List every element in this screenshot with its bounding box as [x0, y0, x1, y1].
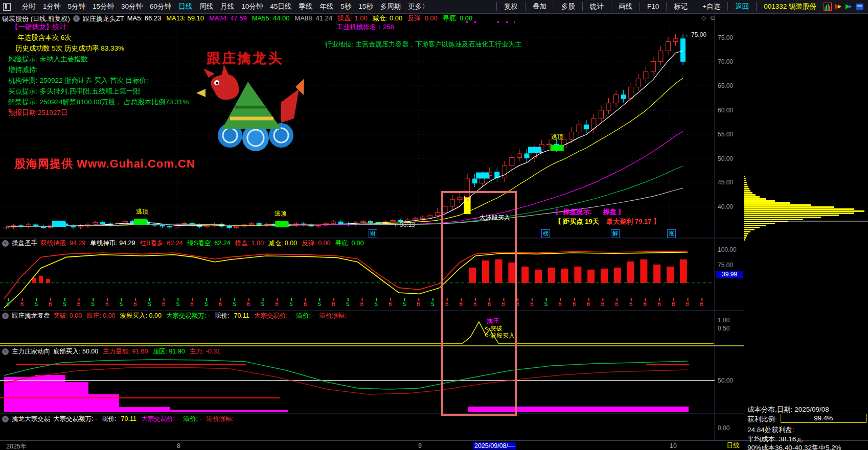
- candle-body: [658, 51, 663, 62]
- sb-tick: [532, 298, 533, 301]
- menu-更多〉[interactable]: 更多〉: [404, 2, 432, 11]
- sb-tick: [333, 298, 334, 301]
- stat-value: 大宗交易额万: -: [53, 415, 97, 422]
- selected-date[interactable]: 2025/09/08/—: [473, 442, 516, 449]
- sell-signal-box: [275, 221, 288, 227]
- window-icon[interactable]: [3, 3, 11, 11]
- panel3-label: 擒庄: [487, 318, 499, 324]
- menu-日线[interactable]: 日线: [175, 2, 196, 11]
- sb-letter: S: [403, 301, 406, 307]
- panel2-bar: [521, 267, 529, 283]
- menu-10分钟[interactable]: 10分钟: [238, 2, 266, 11]
- window-blue-icon[interactable]: [856, 3, 864, 11]
- profile-bar: [744, 204, 811, 206]
- sb-tick: [574, 298, 575, 301]
- axis-date: 8: [177, 442, 180, 449]
- profile-bar: [744, 212, 854, 214]
- sb-letter: B: [190, 301, 194, 307]
- arrow-red-icon[interactable]: [834, 3, 842, 11]
- period-cell[interactable]: 日线: [721, 441, 745, 450]
- event-marker-解[interactable]: 解: [611, 229, 620, 238]
- sb-letter: B: [162, 301, 166, 307]
- signal-dot: [474, 21, 476, 23]
- sb-tick: [376, 298, 377, 301]
- sb-letter: S: [6, 301, 10, 307]
- menu-月线[interactable]: 月线: [217, 2, 238, 11]
- menu-多周期[interactable]: 多周期: [377, 2, 405, 11]
- panel2-bar: [535, 270, 542, 283]
- event-marker-榜[interactable]: 榜: [541, 229, 550, 238]
- candle-body: [160, 225, 165, 226]
- sb-letter: B: [247, 301, 250, 307]
- menu-分时[interactable]: 分时: [18, 2, 39, 11]
- menu-季线[interactable]: 季线: [295, 2, 316, 11]
- menu-5秒[interactable]: 5秒: [337, 2, 355, 11]
- axis-date: 9: [418, 442, 422, 449]
- menu-5分钟[interactable]: 5分钟: [64, 2, 89, 11]
- panel5-collapse-icon[interactable]: ˅: [2, 416, 9, 422]
- menu-45日线[interactable]: 45日线: [266, 2, 295, 11]
- sb-tick: [64, 298, 65, 301]
- sb-letter: S: [176, 301, 179, 307]
- button-叠加[interactable]: 叠加: [525, 2, 554, 11]
- sb-tick: [362, 298, 363, 301]
- sb-letter: B: [77, 301, 81, 307]
- button-统计[interactable]: 统计: [582, 2, 611, 11]
- profile-bar: [744, 223, 775, 224]
- last-price-badge: 39.99: [716, 271, 743, 278]
- stat-value: 大宗交易价: -: [254, 312, 292, 319]
- sb-tick: [631, 298, 632, 301]
- panel2-collapse-icon[interactable]: ˅: [2, 240, 9, 247]
- sb-letter: S: [544, 301, 548, 307]
- panel3-collapse-icon[interactable]: ˅: [2, 313, 9, 319]
- menu-15秒[interactable]: 15秒: [355, 2, 377, 11]
- industry-rank: 工业机械排名：258: [336, 23, 394, 30]
- sb-letter: S: [431, 301, 435, 307]
- panel4-collapse-icon[interactable]: ˅: [2, 348, 9, 355]
- candle-body: [577, 125, 581, 132]
- sb-tick: [645, 298, 646, 301]
- stat-value: 溢价: -: [296, 312, 314, 319]
- axis-date: 10: [670, 442, 677, 449]
- candle-body: [428, 216, 432, 217]
- profile-bar: [744, 198, 766, 200]
- menu-年线[interactable]: 年线: [316, 2, 337, 11]
- stat-value: 绿S看空: 62.24: [188, 240, 231, 247]
- profile-bar: [744, 184, 747, 185]
- button-返回[interactable]: 返回: [727, 2, 756, 11]
- candle-body: [420, 217, 425, 219]
- candle-body: [547, 144, 552, 145]
- sb-tick: [602, 298, 603, 301]
- button-复权[interactable]: 复权: [496, 2, 525, 11]
- menu-30分钟[interactable]: 30分钟: [118, 2, 146, 11]
- sb-letter: S: [233, 301, 236, 307]
- sb-tick: [517, 298, 518, 301]
- profile-bar: [744, 180, 746, 181]
- arrow-green-icon[interactable]: [845, 3, 853, 11]
- profile-bar: [744, 176, 745, 177]
- sb-letter: B: [49, 301, 52, 307]
- industry-position: 行业地位: 主营金属压力容器，下游客户以炼油及石油化工行业为主: [325, 41, 521, 48]
- button-+自选[interactable]: +自选: [695, 2, 727, 11]
- event-marker-涨[interactable]: 涨: [667, 229, 676, 238]
- menu-60分钟[interactable]: 60分钟: [146, 2, 175, 11]
- bars-icon[interactable]: [824, 3, 832, 11]
- stat-value: 突破: 0.00: [53, 312, 82, 319]
- button-标记[interactable]: 标记: [666, 2, 695, 11]
- sb-letter: S: [148, 301, 151, 307]
- button-F10[interactable]: F10: [639, 2, 666, 11]
- button-多股[interactable]: 多股: [554, 2, 582, 11]
- panel2-bar: [587, 270, 595, 283]
- sb-letter: B: [672, 301, 675, 307]
- menu-1分钟[interactable]: 1分钟: [39, 2, 64, 11]
- button-画线[interactable]: 画线: [611, 2, 639, 11]
- menu-周线[interactable]: 周线: [196, 2, 217, 11]
- profile-bar: [744, 208, 854, 210]
- stat-value: 溢价涨幅: -: [319, 312, 351, 319]
- candle-body: [614, 95, 619, 103]
- event-marker-财[interactable]: 财: [369, 229, 377, 238]
- panel3-stats: 突破: 0.00跟庄: 0.00波段买入: 0.00大宗交易额万: -现价:70…: [53, 312, 355, 320]
- menu-15分钟[interactable]: 15分钟: [89, 2, 118, 11]
- avg-cost: 平均成本: 38.16元: [747, 435, 803, 444]
- candle-body: [651, 61, 655, 72]
